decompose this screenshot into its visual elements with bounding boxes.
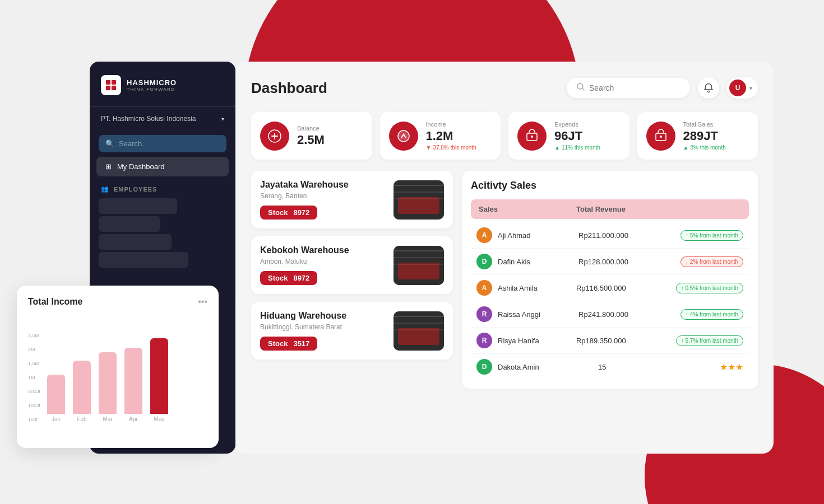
activity-rows: A Aji Ahmad Rp211.000.000 ↑ 5% from last…	[471, 222, 749, 380]
sidebar-item-label: My Dashboard	[117, 162, 165, 171]
stat-info-balance: Balance 2.5M	[297, 125, 325, 147]
change-pill: ↑ 4% from last month	[681, 309, 743, 320]
stock-badge-kebokoh: Stock 8972	[260, 271, 317, 285]
content-row: Jayataka Warehouse Serang, Banten Stock …	[251, 171, 758, 389]
sales-revenue-0: Rp211.000.000	[578, 231, 681, 240]
stock-badge-jayataka: Stock 8972	[260, 206, 317, 220]
bar-group-mar: Mar	[99, 352, 117, 422]
change-pill: ↑ 5.7% from last month	[676, 335, 743, 346]
svg-rect-2	[106, 86, 110, 90]
chart-menu-button[interactable]: •••	[198, 297, 207, 307]
svg-point-9	[402, 133, 404, 135]
bar-group-apr: Apr	[124, 348, 142, 422]
bar-group-feb: Feb	[73, 361, 91, 422]
svg-rect-0	[106, 80, 110, 85]
warehouse-location-hiduang: Bukittinggi, Sumatera Barat	[260, 323, 346, 331]
warehouse-name-kebokoh: Kebokoh Warehouse	[260, 245, 349, 255]
stat-card-expends: Expends 96JT ▲ 11% this month	[508, 112, 629, 160]
sales-avatar-3: R	[476, 306, 492, 322]
change-pill: ↑ 0.5% from last month	[676, 283, 743, 293]
company-name: PT. Hashmicro Solusi Indonesia	[101, 115, 196, 123]
user-avatar-button[interactable]: U ▾	[727, 77, 758, 99]
search-bar[interactable]	[567, 78, 690, 98]
page-title: Dashboard	[251, 80, 327, 97]
bar-jan	[47, 375, 65, 414]
activity-row: R Risya Hanifa Rp189.350.000 ↑ 5.7% from…	[471, 328, 749, 354]
sales-info-3: R Raissa Anggi	[476, 306, 578, 322]
stat-info-totalsales: Total Sales 289JT ▲ 8% this month	[683, 121, 726, 151]
header-actions: U ▾	[567, 77, 758, 99]
activity-table-header: Sales Total Revenue	[471, 199, 749, 219]
activity-row: A Ashila Amila Rp116.500.000 ↑ 0.5% from…	[471, 275, 749, 301]
sales-revenue-2: Rp116.500.000	[576, 284, 676, 292]
stat-change-income: ▼ 37.8% this month	[426, 144, 476, 151]
bar-apr	[124, 348, 142, 414]
sidebar-section-employees: 👥 EMPLOYEES	[90, 179, 235, 196]
bar-label-mar: Mar	[103, 416, 112, 422]
stat-card-balance: Balance 2.5M	[251, 112, 372, 160]
employees-icon: 👥	[101, 185, 109, 193]
warehouse-name-hiduang: Hiduang Warehouse	[260, 311, 346, 321]
stats-row: Balance 2.5M Income 1.2M ▼ 37.8% this mo…	[251, 112, 758, 160]
sales-avatar-4: R	[476, 333, 492, 348]
notification-button[interactable]	[698, 77, 719, 99]
warehouse-card-hiduang: Hiduang Warehouse Bukittinggi, Sumatera …	[251, 302, 453, 360]
sales-revenue-4: Rp189.350.000	[576, 337, 676, 345]
stock-badge-hiduang: Stock 3517	[260, 337, 317, 351]
bar-group-may: May	[150, 338, 168, 422]
chart-card-total-income: Total Income ••• 2,5M 2M 1,5M 1M 500Jt 1…	[17, 286, 219, 448]
activity-row: D Dafin Akis Rp128.000.000 ↓ 2% from las…	[471, 249, 749, 275]
warehouse-location-jayataka: Serang, Banten	[260, 192, 349, 200]
warehouses-column: Jayataka Warehouse Serang, Banten Stock …	[251, 171, 453, 389]
stat-label-expends: Expends	[554, 121, 600, 128]
sales-name-3: Raissa Anggi	[498, 310, 540, 319]
sidebar-company[interactable]: PT. Hashmicro Solusi Indonesia ▾	[90, 107, 235, 130]
sidebar-item-dashboard[interactable]: ⊞ My Dashboard	[96, 157, 229, 176]
sales-name-1: Dafin Akis	[498, 258, 530, 266]
sidebar-submenu-item-1[interactable]	[99, 198, 177, 214]
sales-info-1: D Dafin Akis	[476, 254, 578, 269]
warehouse-info-jayataka: Jayataka Warehouse Serang, Banten Stock …	[260, 180, 349, 220]
bar-label-feb: Feb	[77, 416, 86, 422]
chart-body: 2,5M 2M 1,5M 1M 500Jt 100Jt 10Jt Jan Feb…	[28, 316, 207, 422]
sales-info-5: D Dakota Amin	[476, 359, 598, 375]
svg-rect-1	[112, 80, 116, 85]
svg-line-5	[582, 88, 584, 90]
main-header: Dashboard U ▾	[251, 77, 758, 99]
svg-point-8	[398, 130, 409, 142]
logo-name: HASHMICRO	[127, 78, 177, 87]
stat-card-totalsales: Total Sales 289JT ▲ 8% this month	[637, 112, 758, 160]
activity-sales-panel: Acitivty Sales Sales Total Revenue A Aji…	[462, 171, 758, 389]
warehouse-info-kebokoh: Kebokoh Warehouse Ambon, Maluku Stock 89…	[260, 245, 349, 285]
stat-change-expends: ▲ 11% this month	[554, 144, 600, 151]
svg-point-13	[660, 136, 662, 138]
dashboard-icon: ⊞	[105, 162, 112, 171]
activity-row: D Dakota Amin 15 ★★★	[471, 354, 749, 380]
sidebar-submenu-item-3[interactable]	[99, 234, 172, 250]
sidebar-search-bar[interactable]: 🔍 Search..	[99, 135, 226, 152]
stat-label-totalsales: Total Sales	[683, 121, 726, 128]
sidebar-submenu-item-4[interactable]	[99, 252, 188, 268]
sales-info-0: A Aji Ahmad	[476, 227, 578, 243]
sales-revenue-5: 15	[598, 363, 720, 371]
chevron-down-icon: ▾	[749, 85, 752, 91]
income-icon	[389, 122, 418, 151]
sidebar-submenu-item-2[interactable]	[99, 216, 160, 232]
stat-value-totalsales: 289JT	[683, 129, 726, 143]
search-input[interactable]	[589, 83, 680, 92]
stat-change-totalsales: ▲ 8% this month	[683, 144, 726, 151]
warehouse-image-jayataka	[394, 180, 444, 220]
warehouse-image-hiduang	[394, 311, 444, 351]
sales-name-0: Aji Ahmad	[498, 231, 531, 240]
y-label-4: 1M	[28, 375, 40, 380]
sales-revenue-3: Rp241.800.000	[578, 310, 681, 319]
sales-name-5: Dakota Amin	[498, 363, 539, 371]
chevron-down-icon: ▾	[221, 116, 224, 122]
y-label-1: 2,5M	[28, 333, 40, 338]
activity-title: Acitivty Sales	[471, 180, 749, 192]
activity-row: A Aji Ahmad Rp211.000.000 ↑ 5% from last…	[471, 222, 749, 249]
expends-icon	[517, 122, 547, 151]
avatar: U	[729, 80, 746, 96]
logo-tagline: THINK FORWARD	[127, 87, 177, 92]
warehouse-name-jayataka: Jayataka Warehouse	[260, 180, 349, 190]
